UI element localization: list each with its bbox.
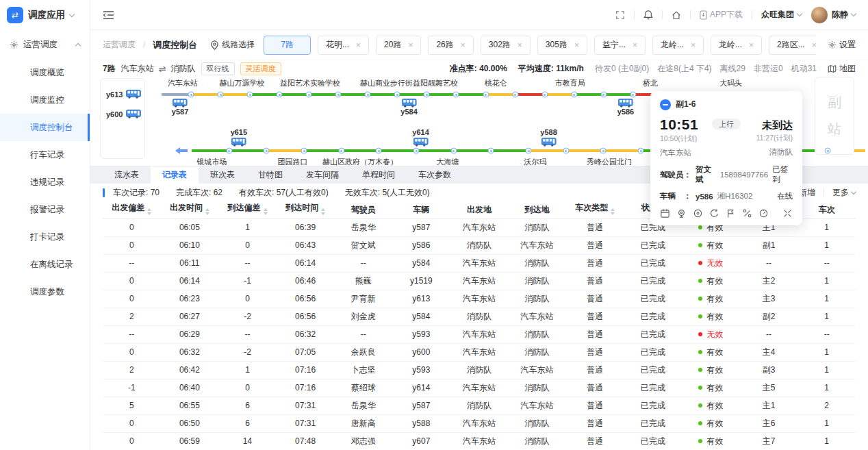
station-dot[interactable] [218, 92, 224, 98]
station-label[interactable]: 市教育局 [555, 78, 585, 88]
depot-bus[interactable]: y613 [106, 90, 139, 99]
sidebar-item[interactable]: 在离线记录 [0, 251, 90, 278]
bus-marker[interactable]: y586 [617, 99, 634, 117]
tab-甘特图[interactable]: 甘特图 [246, 166, 294, 184]
depot-bus[interactable]: y600 [106, 110, 139, 118]
route-chip[interactable]: 花明...× [318, 36, 369, 55]
sidebar-item[interactable]: 调度控制台 [0, 114, 90, 141]
column-header[interactable]: 出发偏差 [103, 201, 161, 218]
fullscreen-icon[interactable] [615, 10, 625, 20]
station-dot[interactable] [335, 92, 342, 98]
more-button[interactable]: 更多 [832, 187, 856, 199]
column-header[interactable]: 到达时间 [277, 201, 335, 218]
table-row[interactable]: 006:14-106:46熊巍y1519汽车东站消防队普通已完成有效主21 [103, 272, 856, 290]
station-dot[interactable] [264, 148, 270, 154]
scissors-icon[interactable] [742, 208, 752, 218]
company-switcher[interactable]: 众旺集团 [761, 9, 802, 21]
tab-班次表[interactable]: 班次表 [199, 166, 246, 184]
tab-记录表[interactable]: 记录表 [151, 166, 199, 184]
station-label[interactable]: 益阳艺术实验学校 [280, 78, 340, 88]
station-dot[interactable] [526, 148, 532, 154]
station-dot[interactable] [541, 92, 548, 98]
calendar-icon[interactable] [660, 208, 670, 218]
station-label[interactable]: 大码头 [719, 78, 742, 88]
station-dot[interactable] [277, 92, 283, 98]
close-icon[interactable]: × [518, 41, 522, 49]
station-dot[interactable] [600, 148, 607, 154]
table-row[interactable]: 006:32-207:05余跃良y600汽车东站消防队普通已完成有效主41 [103, 343, 856, 361]
station-dot[interactable] [424, 92, 430, 98]
station-label[interactable]: 团园路口 [278, 157, 308, 167]
station-label[interactable]: 赫山区政府（万木春） [322, 157, 398, 167]
home-icon[interactable] [672, 10, 681, 20]
station-dot[interactable] [247, 92, 253, 98]
tab-发车间隔[interactable]: 发车间隔 [294, 166, 350, 184]
sort-icon[interactable] [205, 206, 209, 217]
table-row[interactable]: --06:11--06:14--y584汽车东站消防队普通已完成无效---- [103, 254, 856, 272]
sort-icon[interactable] [264, 206, 268, 217]
station-dot[interactable] [825, 148, 831, 154]
station-dot[interactable] [483, 92, 489, 98]
gauge-icon[interactable] [758, 208, 769, 218]
station-dot[interactable] [571, 92, 577, 98]
sidebar-item[interactable]: 违规记录 [0, 168, 90, 196]
close-icon[interactable]: × [461, 41, 465, 49]
station-dot[interactable] [188, 92, 194, 98]
close-icon[interactable]: × [812, 41, 816, 49]
station-dot[interactable] [630, 92, 636, 98]
close-icon[interactable]: × [691, 41, 695, 49]
station-label[interactable]: 银城市场 [197, 157, 227, 167]
station-dot[interactable] [413, 148, 420, 154]
tab-车次参数[interactable]: 车次参数 [407, 166, 463, 184]
station-label[interactable]: 秀峰公园北门 [587, 157, 632, 167]
bell-icon[interactable] [643, 10, 653, 20]
column-header[interactable]: 车次类型 [566, 201, 624, 218]
tools-icon[interactable] [782, 208, 793, 218]
close-icon[interactable]: × [749, 41, 754, 49]
route-select-button[interactable]: 线路选择 [210, 39, 255, 51]
sidebar-item[interactable]: 调度参数 [0, 278, 90, 305]
sort-icon[interactable] [321, 206, 325, 217]
user-menu[interactable]: 陈静 [810, 6, 856, 24]
close-icon[interactable]: × [633, 41, 637, 49]
column-header[interactable]: 车次 [797, 201, 856, 218]
station-label[interactable]: 沃尔玛 [524, 157, 546, 167]
route-chip[interactable]: 龙岭...× [711, 36, 762, 55]
sidebar-item[interactable]: 调度概览 [0, 59, 90, 86]
tab-单程时间[interactable]: 单程时间 [350, 166, 407, 184]
app-download-link[interactable]: APP下载 [700, 9, 743, 21]
route-chip[interactable]: 益宁...× [594, 36, 646, 55]
station-dot[interactable] [394, 92, 400, 98]
column-header[interactable]: 驾驶员 [334, 201, 392, 218]
map-button[interactable]: 地图 [828, 63, 856, 75]
close-icon[interactable]: × [574, 41, 579, 49]
column-header[interactable]: 到达地 [508, 201, 566, 218]
table-row[interactable]: --06:29--06:32--y593汽车东站消防队普通已完成无效---- [103, 325, 856, 343]
settings-button[interactable]: 设置 [828, 39, 856, 51]
route-chip[interactable]: 26路× [428, 36, 473, 55]
webcam-icon[interactable] [676, 208, 687, 218]
bus-marker[interactable]: y614 [412, 128, 429, 147]
station-dot[interactable] [512, 92, 518, 98]
table-row[interactable]: 006:50607:31唐新高y588汽车东站消防队普通已完成有效主61 [103, 414, 856, 432]
app-logo-row[interactable]: ⇄ 调度应用 [0, 0, 90, 30]
table-row[interactable]: 006:591407:48邓志强y607汽车东站消防队普通已完成有效主71 [103, 432, 856, 450]
close-icon[interactable]: × [356, 41, 361, 49]
table-row[interactable]: 506:55607:31岳泉华y587消防队汽车东站普通已完成有效主12 [103, 397, 856, 414]
route-chip[interactable]: 302路× [481, 36, 531, 55]
column-header[interactable]: 出发地 [450, 201, 509, 218]
table-row[interactable]: 006:23006:56尹育新y613汽车东站消防队普通已完成有效主31 [103, 290, 856, 308]
tab-流水表[interactable]: 流水表 [103, 166, 151, 184]
column-header[interactable]: 车辆 [392, 201, 450, 218]
table-row[interactable]: 006:10006:43贺文斌y586消防队汽车东站普通已完成有效副11 [103, 236, 856, 254]
station-label[interactable]: 大海塘 [436, 157, 459, 167]
sidebar-item[interactable]: 打卡记录 [0, 223, 90, 251]
station-label[interactable]: 汽车东站 [168, 78, 198, 88]
station-label[interactable]: 赫山商业步行街益阳靓舞艺校 [360, 78, 458, 88]
route-chip[interactable]: 305路× [537, 36, 587, 55]
bus-marker[interactable]: y615 [231, 128, 247, 147]
station-dot[interactable] [306, 92, 312, 98]
station-dot[interactable] [376, 148, 382, 154]
route-chip[interactable]: 20路× [376, 36, 421, 55]
station-dot[interactable] [453, 92, 459, 98]
